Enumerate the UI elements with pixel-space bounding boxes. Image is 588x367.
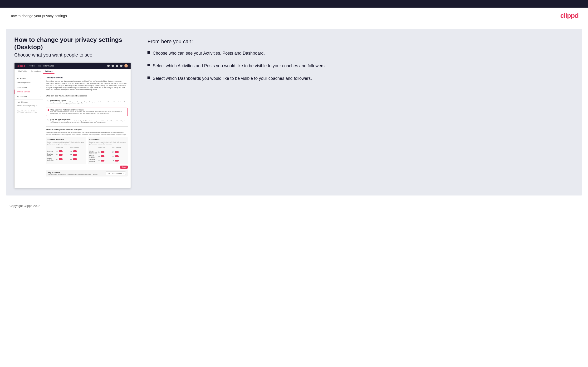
main-content: How to change your privacy settings (Des… [6,29,582,195]
mock-grid: Activities and Posts Select the types of… [46,137,128,164]
mock-sidebar-data: Data Integrations › [15,81,43,85]
mock-nav-performance: My Performance [38,65,54,67]
mock-dashboards-card: Dashboards Select the types of activity … [88,137,128,164]
mock-notification-icon [120,65,122,67]
header-title: How to change your privacy settings [9,14,67,18]
mock-nav-home: Home [29,65,35,67]
from-here-title: From here you can: [147,39,574,45]
bullet-square-3 [147,76,150,79]
mock-chevron-subscription: › [40,86,40,88]
bullet-text-1: Choose who can see your Activities, Post… [153,50,265,56]
mock-save-row: Save [46,166,128,169]
bullet-list: Choose who can see your Activities, Post… [147,50,574,82]
page-subheading: Choose what you want people to see [14,52,138,58]
mock-chevron-golfbag: › [40,95,40,97]
mock-chevron-data: › [40,82,40,83]
mock-activities-card: Activities and Posts Select the types of… [46,137,86,164]
mock-radio-only-you: Only You and Your Coach Only you and the… [46,117,128,125]
bullet-item-1: Choose who can see your Activities, Post… [147,50,574,56]
mock-sidebar-help: Help & Support ↗ [15,100,43,104]
mock-separator-2 [46,126,128,127]
bullet-square-1 [147,51,150,54]
copyright: Copyright Clippd 2022 [9,204,40,208]
mock-features-section: Show or hide specific features in Clippd… [46,128,128,176]
right-section: From here you can: Choose who can see yo… [147,36,574,88]
mock-chevron-privacy: › [40,91,40,93]
mock-features-desc: Regardless of the privacy controls that … [46,132,128,136]
logo: clippd [560,12,579,19]
top-bar [0,0,588,8]
mock-radio-followers-btn [48,109,49,111]
page-heading: How to change your privacy settings (Des… [14,36,138,51]
header: How to change your privacy settings clip… [0,8,588,24]
mock-radio-everyone: Everyone on Clippd Everyone on Clippd ca… [46,98,128,106]
app-screenshot: clippd Home My Performance My Profile Co… [14,62,131,188]
mock-activities-header: COACHES FOLLOWERS [47,147,85,149]
mock-radio-only-you-btn [47,119,49,120]
bullet-text-2: Select which Activities and Posts you wo… [153,63,326,69]
mock-avatar [124,64,128,67]
mock-tab-profile: My Profile [17,69,29,74]
mock-radio-everyone-btn [47,100,49,101]
header-divider [9,24,579,24]
mock-sidebar-privacy-policy: Service & Privacy Policy ↗ [15,104,43,107]
mock-features-title: Show or hide specific features in Clippd [46,128,128,131]
mock-privacy-desc: Control how you and your data appears to… [46,80,128,91]
mock-privacy-title: Privacy Controls [46,76,128,79]
mock-who-title: Who Can See Your Activities and Dashboar… [46,95,128,97]
mock-sidebar-subscription: Subscription › [15,85,43,90]
mock-row-practice: Practice Drills ON ON [47,153,85,157]
bullet-square-2 [147,64,150,66]
mock-sidebar-divider [15,99,43,100]
mock-help-section: Help & Support Visit our Clippd communit… [46,170,128,176]
mock-nav-icons [107,64,128,67]
mock-row-round-insights: Round Insights ON ON [89,154,126,158]
mock-visit-community-button[interactable]: Visit Our Community ↗ [106,172,126,175]
mock-separator-1 [46,93,128,93]
left-section: How to change your privacy settings (Des… [14,36,138,188]
bullet-text-3: Select which Dashboards you would like t… [153,75,312,82]
mock-tab-bar: My Profile Connections Settings [15,69,130,74]
mock-search-icon [107,65,110,67]
mock-sidebar: My Account › Data Integrations › Subscri… [15,74,43,188]
mock-main-area: Privacy Controls Control how you and you… [43,74,130,188]
bullet-item-2: Select which Activities and Posts you wo… [147,63,574,69]
mock-tab-connections: Connections [29,69,43,74]
mock-sidebar-privacy: Privacy Controls › [15,90,43,94]
mock-chevron-account: › [40,77,40,79]
mock-logo: clippd [17,64,25,67]
mock-sidebar-version: Clippd Client Version: 2022.8.2SQL Serve… [15,109,43,114]
mock-save-button[interactable]: Save [120,166,128,169]
footer: Copyright Clippd 2022 [0,200,588,211]
mock-row-what-to-work-on: What To Work On ON ON [89,158,126,163]
mock-navbar: clippd Home My Performance [15,63,130,69]
mock-radio-followers: Only Approved Followers and Your Coach O… [46,108,128,116]
mock-grid-icon [112,65,114,67]
mock-radio-group: Everyone on Clippd Everyone on Clippd ca… [46,98,128,125]
mock-row-rounds: Rounds ON ON [47,150,85,153]
bullet-item-3: Select which Dashboards you would like t… [147,75,574,82]
mock-tab-settings: Settings [43,69,54,74]
mock-sidebar-golfbag: My Golf Bag › [15,94,43,99]
mock-sidebar-account: My Account › [15,76,43,81]
mock-settings-icon [116,65,118,67]
mock-dashboards-header: COACHES FOLLOWERS [89,147,126,149]
mock-body: My Account › Data Integrations › Subscri… [15,74,130,188]
mock-row-manual: Manual Activities ON ON [47,157,85,161]
mock-row-player-dashboard: Player Dashboard ON ON [89,150,126,154]
